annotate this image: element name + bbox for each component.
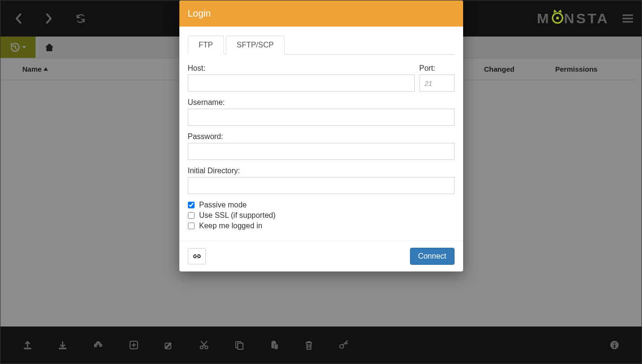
cut-icon[interactable] — [186, 340, 222, 350]
host-label: Host: — [188, 64, 415, 73]
passive-mode-checkbox[interactable] — [188, 202, 195, 208]
initial-dir-input[interactable] — [188, 177, 455, 194]
passive-mode-label: Passive mode — [199, 201, 247, 209]
logo-eye-icon — [552, 12, 563, 24]
forward-icon[interactable] — [45, 13, 53, 24]
svg-rect-10 — [272, 341, 275, 343]
key-icon[interactable] — [326, 340, 362, 350]
svg-rect-1 — [59, 348, 66, 349]
login-tabs: FTP SFTP/SCP — [188, 35, 455, 55]
initial-dir-label: Initial Directory: — [188, 167, 455, 175]
new-icon[interactable] — [116, 340, 151, 350]
use-ssl-check[interactable]: Use SSL (if supported) — [188, 211, 455, 220]
password-input[interactable] — [188, 143, 455, 160]
logo-text-before: M — [537, 10, 551, 27]
upload-icon[interactable] — [10, 340, 45, 350]
cloud-download-icon[interactable] — [80, 341, 116, 349]
keep-logged-in-checkbox[interactable] — [188, 223, 195, 229]
link-button[interactable] — [188, 248, 206, 264]
trash-icon[interactable] — [292, 340, 326, 350]
copy-icon[interactable] — [222, 340, 257, 350]
svg-rect-11 — [274, 344, 278, 349]
edit-icon[interactable] — [151, 340, 186, 350]
logo-text-after: NSTA — [564, 10, 609, 27]
logo: M NSTA — [537, 10, 609, 27]
use-ssl-label: Use SSL (if supported) — [199, 211, 276, 220]
refresh-icon[interactable] — [75, 13, 86, 24]
port-label: Port: — [419, 64, 455, 73]
link-icon — [193, 254, 201, 259]
svg-rect-15 — [614, 345, 615, 348]
paste-icon[interactable] — [257, 340, 292, 350]
keep-logged-in-label: Keep me logged in — [199, 222, 262, 230]
tab-sftp[interactable]: SFTP/SCP — [226, 36, 285, 55]
info-icon[interactable] — [597, 340, 632, 350]
keep-logged-in-check[interactable]: Keep me logged in — [188, 222, 455, 230]
svg-point-14 — [614, 343, 615, 344]
download-icon[interactable] — [45, 340, 80, 350]
svg-rect-7 — [238, 343, 243, 349]
username-input[interactable] — [188, 109, 455, 126]
back-icon[interactable] — [15, 13, 22, 24]
connect-button[interactable]: Connect — [410, 248, 455, 265]
login-modal: Login FTP SFTP/SCP Host: Port: — [179, 0, 463, 271]
port-input[interactable] — [419, 75, 455, 92]
password-label: Password: — [188, 132, 455, 141]
passive-mode-check[interactable]: Passive mode — [188, 201, 455, 209]
bottom-toolbar — [0, 327, 642, 364]
svg-rect-0 — [24, 348, 31, 349]
host-input[interactable] — [188, 75, 415, 92]
username-label: Username: — [188, 98, 455, 107]
tab-ftp[interactable]: FTP — [188, 36, 224, 55]
menu-icon[interactable] — [623, 14, 633, 23]
use-ssl-checkbox[interactable] — [188, 212, 195, 219]
modal-title: Login — [179, 0, 463, 27]
